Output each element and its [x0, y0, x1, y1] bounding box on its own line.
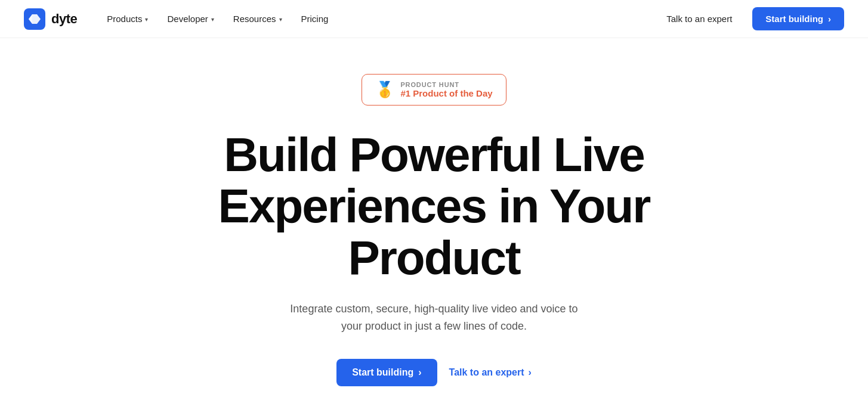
- dyte-logo-icon: [24, 8, 45, 30]
- brand-name: dyte: [51, 11, 77, 27]
- hero-talk-expert-link[interactable]: Talk to an expert ›: [449, 367, 532, 378]
- nav-item-pricing[interactable]: Pricing: [293, 9, 337, 29]
- hero-talk-expert-label: Talk to an expert: [449, 367, 524, 378]
- navbar-left: dyte Products ▾ Developer ▾ Resources ▾ …: [24, 8, 336, 30]
- nav-label-products: Products: [107, 14, 142, 24]
- chevron-down-icon: ▾: [279, 16, 282, 23]
- navbar: dyte Products ▾ Developer ▾ Resources ▾ …: [0, 0, 868, 38]
- start-building-button[interactable]: Start building ›: [752, 7, 844, 30]
- hero-heading-line1: Build Powerful Live: [224, 128, 644, 181]
- badge-label: PRODUCT HUNT: [400, 81, 459, 88]
- nav-item-developer[interactable]: Developer ▾: [159, 9, 222, 29]
- hero-cta: Start building › Talk to an expert ›: [336, 359, 532, 386]
- chevron-down-icon: ▾: [145, 16, 148, 23]
- nav-item-resources[interactable]: Resources ▾: [225, 9, 291, 29]
- arrow-right-icon: ›: [418, 367, 421, 378]
- nav-label-resources: Resources: [233, 14, 276, 24]
- hero-heading: Build Powerful Live Experiences in Your …: [151, 129, 718, 284]
- hero-subheading: Integrate custom, secure, high-quality l…: [279, 300, 589, 335]
- chevron-down-icon: ▾: [211, 16, 214, 23]
- hero-start-building-label: Start building: [352, 367, 413, 378]
- hero-start-building-button[interactable]: Start building ›: [336, 359, 437, 386]
- arrow-right-icon: ›: [828, 14, 831, 24]
- hero-heading-line2: Experiences in Your Product: [218, 179, 650, 284]
- badge-title: #1 Product of the Day: [400, 88, 492, 98]
- nav-label-pricing: Pricing: [301, 14, 329, 24]
- navbar-right: Talk to an expert Start building ›: [658, 7, 844, 30]
- nav-links: Products ▾ Developer ▾ Resources ▾ Prici…: [98, 9, 336, 29]
- nav-item-products[interactable]: Products ▾: [98, 9, 156, 29]
- nav-label-developer: Developer: [167, 14, 208, 24]
- product-hunt-badge[interactable]: 🥇 PRODUCT HUNT #1 Product of the Day: [362, 74, 506, 106]
- medal-icon: 🥇: [375, 80, 394, 99]
- logo[interactable]: dyte: [24, 8, 77, 30]
- badge-text: PRODUCT HUNT #1 Product of the Day: [400, 81, 492, 98]
- hero-section: 🥇 PRODUCT HUNT #1 Product of the Day Bui…: [0, 38, 868, 397]
- arrow-right-icon: ›: [529, 367, 532, 378]
- talk-to-expert-link[interactable]: Talk to an expert: [658, 9, 740, 29]
